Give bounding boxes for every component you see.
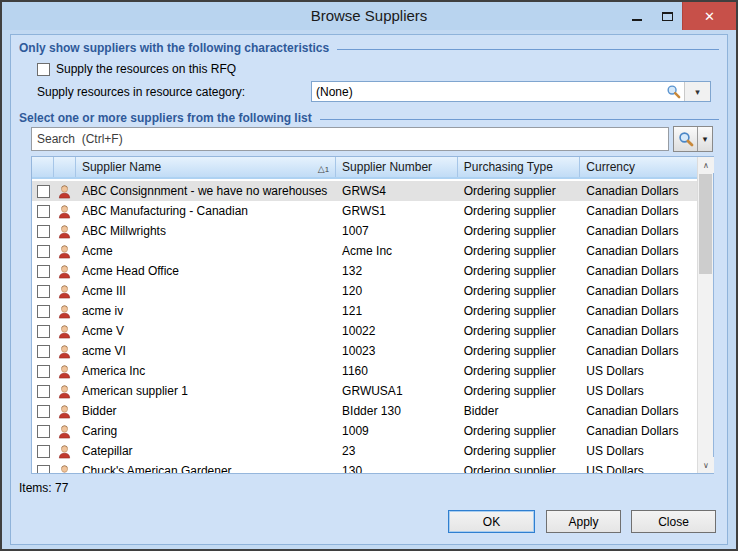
- purchasing-type-cell: Ordering supplier: [458, 464, 581, 473]
- scroll-up-icon[interactable]: ∧: [698, 157, 714, 173]
- filters-group-header: Only show suppliers with the following c…: [19, 41, 719, 55]
- dialog-body-panel: Only show suppliers with the following c…: [10, 34, 728, 545]
- supplier-person-icon: [54, 404, 76, 419]
- supplier-name-cell: acme VI: [76, 344, 336, 358]
- close-icon: ✕: [704, 9, 715, 24]
- row-checkbox[interactable]: [37, 285, 50, 298]
- header-supplier-name[interactable]: Supplier Name △1: [76, 157, 336, 177]
- row-checkbox[interactable]: [37, 245, 50, 258]
- purchasing-type-cell: Ordering supplier: [458, 384, 581, 398]
- currency-cell: US Dollars: [580, 464, 697, 473]
- browse-suppliers-dialog: Browse Suppliers ✕ Only show suppliers w…: [0, 0, 738, 551]
- row-checkbox[interactable]: [37, 325, 50, 338]
- row-checkbox[interactable]: [37, 265, 50, 278]
- table-row[interactable]: Acme Acme Inc Ordering supplier Canadian…: [32, 241, 697, 261]
- apply-button[interactable]: Apply: [546, 510, 621, 533]
- search-icon[interactable]: [674, 127, 698, 151]
- supplier-number-cell: 132: [336, 264, 458, 278]
- currency-cell: Canadian Dollars: [580, 244, 697, 258]
- header-supplier-number[interactable]: Supplier Number: [336, 157, 458, 177]
- table-row[interactable]: ABC Consignnment - we have no warehouses…: [32, 181, 697, 201]
- category-search-icon[interactable]: [662, 84, 684, 99]
- search-input[interactable]: [31, 127, 669, 151]
- row-checkbox[interactable]: [37, 305, 50, 318]
- supplier-name-cell: Bidder: [76, 404, 336, 418]
- purchasing-type-cell: Ordering supplier: [458, 444, 581, 458]
- group-divider: [320, 119, 719, 120]
- scroll-down-icon[interactable]: ∨: [698, 457, 714, 473]
- row-checkbox[interactable]: [37, 385, 50, 398]
- purchasing-type-cell: Bidder: [458, 404, 581, 418]
- table-row[interactable]: Catepillar 23 Ordering supplier US Dolla…: [32, 441, 697, 461]
- supplier-number-cell: GRWS4: [336, 184, 458, 198]
- supplier-name-cell: Acme V: [76, 324, 336, 338]
- header-checkbox-column[interactable]: [32, 157, 54, 177]
- category-dropdown-button[interactable]: ▾: [684, 82, 710, 101]
- supplier-number-cell: 121: [336, 304, 458, 318]
- maximize-button[interactable]: [652, 2, 682, 30]
- supplier-name-cell: American supplier 1: [76, 384, 336, 398]
- table-row[interactable]: ABC Manufacturing - Canadian GRWS1 Order…: [32, 201, 697, 221]
- table-row[interactable]: acme VI 10023 Ordering supplier Canadian…: [32, 341, 697, 361]
- row-checkbox[interactable]: [37, 345, 50, 358]
- currency-cell: Canadian Dollars: [580, 184, 697, 198]
- supplier-name-cell: ABC Millwrights: [76, 224, 336, 238]
- row-checkbox[interactable]: [37, 205, 50, 218]
- table-row[interactable]: Bidder BIdder 130 Bidder Canadian Dollar…: [32, 401, 697, 421]
- row-checkbox[interactable]: [37, 225, 50, 238]
- group-divider: [337, 49, 719, 50]
- supplier-number-cell: 1007: [336, 224, 458, 238]
- chevron-down-icon: ▾: [703, 134, 708, 144]
- header-icon-column[interactable]: [54, 157, 76, 177]
- purchasing-type-cell: Ordering supplier: [458, 424, 581, 438]
- supplier-number-cell: GRWS1: [336, 204, 458, 218]
- close-button[interactable]: Close: [631, 510, 716, 533]
- table-row[interactable]: American supplier 1 GRWUSA1 Ordering sup…: [32, 381, 697, 401]
- table-row[interactable]: America Inc 1160 Ordering supplier US Do…: [32, 361, 697, 381]
- header-currency[interactable]: Currency: [580, 157, 697, 177]
- vertical-scrollbar[interactable]: ∧ ∨: [697, 157, 713, 473]
- ok-button[interactable]: OK: [448, 510, 535, 533]
- header-purchasing-type[interactable]: Purchasing Type: [458, 157, 581, 177]
- supplier-number-cell: 130: [336, 464, 458, 473]
- table-row[interactable]: Caring 1009 Ordering supplier Canadian D…: [32, 421, 697, 441]
- currency-cell: US Dollars: [580, 364, 697, 378]
- table-row[interactable]: Acme III 120 Ordering supplier Canadian …: [32, 281, 697, 301]
- row-checkbox[interactable]: [37, 445, 50, 458]
- rfq-checkbox[interactable]: [37, 63, 50, 76]
- supplier-person-icon: [54, 424, 76, 439]
- chevron-down-icon: ▾: [695, 87, 700, 97]
- search-options-dropdown[interactable]: ▾: [698, 127, 712, 151]
- purchasing-type-cell: Ordering supplier: [458, 324, 581, 338]
- supplier-number-cell: 120: [336, 284, 458, 298]
- minimize-button[interactable]: [622, 2, 652, 30]
- search-button[interactable]: ▾: [673, 126, 713, 152]
- row-checkbox[interactable]: [37, 405, 50, 418]
- table-row[interactable]: acme iv 121 Ordering supplier Canadian D…: [32, 301, 697, 321]
- row-checkbox[interactable]: [37, 425, 50, 438]
- items-count: Items: 77: [19, 481, 68, 495]
- supplier-list-group-title: Select one or more suppliers from the fo…: [19, 111, 312, 125]
- resource-category-combobox[interactable]: (None) ▾: [311, 81, 711, 102]
- table-row[interactable]: Acme V 10022 Ordering supplier Canadian …: [32, 321, 697, 341]
- supplier-number-cell: 23: [336, 444, 458, 458]
- supplier-name-cell: Caring: [76, 424, 336, 438]
- supplier-person-icon: [54, 184, 76, 199]
- row-checkbox[interactable]: [37, 365, 50, 378]
- currency-cell: Canadian Dollars: [580, 264, 697, 278]
- sort-ascending-icon: △1: [318, 161, 329, 174]
- rfq-checkbox-label: Supply the resources on this RFQ: [56, 62, 236, 76]
- row-checkbox[interactable]: [37, 185, 50, 198]
- scrollbar-thumb[interactable]: [699, 174, 712, 274]
- table-row[interactable]: ABC Millwrights 1007 Ordering supplier C…: [32, 221, 697, 241]
- currency-cell: Canadian Dollars: [580, 284, 697, 298]
- filters-group-title: Only show suppliers with the following c…: [19, 41, 329, 55]
- supplier-number-cell: 1160: [336, 364, 458, 378]
- supplier-person-icon: [54, 304, 76, 319]
- table-row[interactable]: Chuck's American Gardener 130 Ordering s…: [32, 461, 697, 473]
- currency-cell: Canadian Dollars: [580, 304, 697, 318]
- close-window-button[interactable]: ✕: [682, 2, 736, 30]
- table-row[interactable]: Acme Head Office 132 Ordering supplier C…: [32, 261, 697, 281]
- supplier-number-cell: 10022: [336, 324, 458, 338]
- row-checkbox[interactable]: [37, 465, 50, 474]
